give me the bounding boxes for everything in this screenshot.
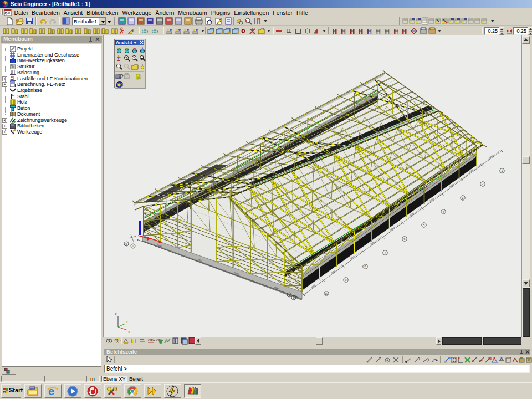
svg-text:0: 0 xyxy=(289,293,290,296)
svg-text:9: 9 xyxy=(345,278,347,282)
svg-text:7: 7 xyxy=(385,251,386,254)
svg-text:0: 0 xyxy=(126,242,127,245)
svg-text:10: 10 xyxy=(325,292,328,295)
svg-text:1: 1 xyxy=(132,244,134,248)
svg-text:z: z xyxy=(115,312,117,315)
svg-text:3: 3 xyxy=(462,196,464,200)
svg-text:x: x xyxy=(129,330,130,334)
svg-text:6: 6 xyxy=(404,237,406,241)
svg-text:y: y xyxy=(126,320,128,323)
svg-text:B: B xyxy=(136,73,141,81)
svg-text:e: e xyxy=(48,385,54,397)
svg-text:4: 4 xyxy=(443,210,444,213)
svg-text:2: 2 xyxy=(482,182,484,186)
svg-text:8: 8 xyxy=(365,264,366,268)
svg-text:5: 5 xyxy=(423,223,425,227)
svg-text:ABC: ABC xyxy=(148,338,155,341)
svg-text:1: 1 xyxy=(502,169,503,172)
svg-text:1: 1 xyxy=(293,296,295,299)
